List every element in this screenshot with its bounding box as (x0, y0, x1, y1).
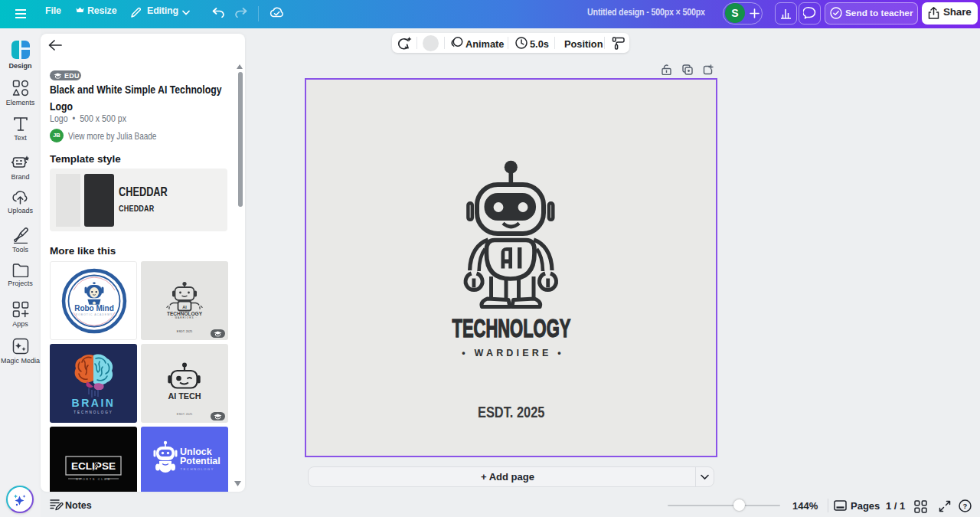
svg-text:SPORTS CLUB: SPORTS CLUB (76, 477, 111, 481)
svg-text:Potential: Potential (180, 456, 220, 466)
svg-text:AI TECH: AI TECH (168, 391, 201, 401)
svg-text:BRAIN: BRAIN (72, 397, 116, 409)
svg-text:ROBOTIC ACADEMY: ROBOTIC ACADEMY (76, 313, 113, 316)
svg-text:· WARRIORS ·: · WARRIORS · (172, 316, 197, 319)
svg-text:Robo Mind: Robo Mind (74, 304, 114, 312)
svg-text:ESDT. 2025: ESDT. 2025 (177, 330, 192, 333)
svg-text:TECHNOLOGY: TECHNOLOGY (167, 311, 203, 316)
svg-text:AI: AI (182, 305, 187, 309)
svg-text:TECHNOLOGY: TECHNOLOGY (181, 467, 214, 471)
svg-text:ESDT. 2025: ESDT. 2025 (177, 413, 192, 416)
svg-text:?: ? (963, 502, 968, 510)
svg-text:TECHNOLOGY: TECHNOLOGY (74, 411, 113, 414)
